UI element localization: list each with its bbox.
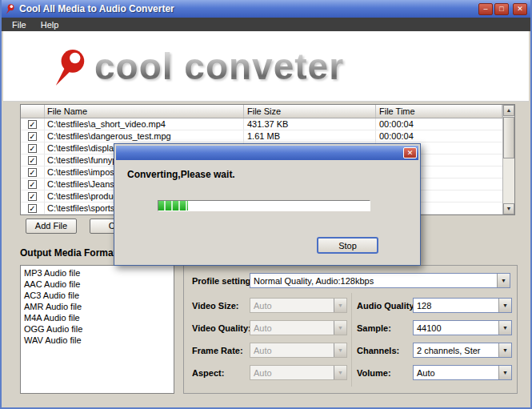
- sample-label: Sample:: [357, 323, 391, 333]
- list-item[interactable]: AC3 Audio file: [21, 290, 174, 301]
- window-title: Cool All Media to Audio Converter: [19, 3, 475, 14]
- table-header: File Name File Size File Time: [21, 105, 514, 118]
- dialog-title-bar: ✕: [116, 146, 418, 160]
- chevron-down-icon: ▼: [498, 321, 511, 335]
- profile-setting-label: Profile setting:: [192, 276, 254, 286]
- check-icon: ✓: [29, 180, 35, 189]
- table-row[interactable]: ✓ C:\testfiles\dangerous_test.mpg 1.61 M…: [21, 130, 514, 142]
- converting-dialog: ✕ Converting,Please wait. Stop: [114, 143, 421, 266]
- progress-fill: [158, 201, 188, 211]
- minimize-button[interactable]: –: [478, 3, 493, 15]
- menu-file[interactable]: File: [5, 19, 34, 30]
- panel-divider: [351, 293, 352, 387]
- volume-value: Auto: [414, 368, 498, 378]
- logo-icon: [54, 46, 88, 87]
- aspect-label: Aspect:: [192, 368, 224, 378]
- settings-panel: Profile setting: Normal Quality, Audio:1…: [183, 265, 518, 394]
- chevron-down-icon: ▼: [498, 343, 511, 357]
- volume-label: Volume:: [357, 368, 391, 378]
- app-icon: [5, 3, 16, 14]
- row-checkbox[interactable]: ✓: [28, 168, 37, 177]
- row-checkbox[interactable]: ✓: [28, 156, 37, 165]
- app-window: Cool All Media to Audio Converter – □ ✕ …: [0, 0, 532, 409]
- frame-rate-label: Frame Rate:: [192, 346, 243, 355]
- row-checkbox[interactable]: ✓: [28, 192, 37, 201]
- video-quality-value: Auto: [250, 323, 334, 333]
- dialog-close-button[interactable]: ✕: [403, 147, 417, 158]
- list-item[interactable]: M4A Audio file: [21, 312, 174, 323]
- row-checkbox[interactable]: ✓: [28, 204, 37, 213]
- volume-select[interactable]: Auto ▼: [413, 365, 512, 380]
- check-icon: ✓: [29, 168, 35, 177]
- video-size-select: Auto ▼: [250, 298, 347, 313]
- sample-value: 44100: [414, 323, 498, 333]
- table-scrollbar[interactable]: ▲ ▼: [502, 105, 514, 215]
- check-icon: ✓: [29, 144, 35, 153]
- output-format-label: Output Media Format: [20, 247, 117, 259]
- header-file-name[interactable]: File Name: [45, 105, 244, 118]
- list-item[interactable]: WAV Audio file: [21, 335, 174, 346]
- check-icon: ✓: [29, 156, 35, 165]
- logo-banner: cool conveter: [3, 31, 529, 102]
- chevron-down-icon: ▼: [498, 299, 511, 312]
- frame-rate-select: Auto ▼: [250, 343, 347, 358]
- row-checkbox[interactable]: ✓: [28, 132, 37, 141]
- frame-rate-value: Auto: [250, 346, 334, 355]
- progress-bar: [158, 200, 370, 211]
- close-button[interactable]: ✕: [513, 3, 527, 15]
- chevron-down-icon: ▼: [334, 299, 346, 312]
- chevron-down-icon: ▼: [497, 274, 510, 287]
- header-file-size[interactable]: File Size: [244, 105, 376, 118]
- video-quality-select: Auto ▼: [250, 320, 347, 335]
- check-icon: ✓: [29, 192, 35, 201]
- scrollbar-thumb[interactable]: [503, 117, 514, 158]
- header-checkbox-column: [21, 105, 45, 118]
- row-checkbox[interactable]: ✓: [28, 120, 37, 129]
- chevron-down-icon: ▼: [334, 343, 346, 357]
- audio-quality-select[interactable]: 128 ▼: [413, 298, 512, 313]
- chevron-down-icon: ▼: [334, 321, 346, 335]
- check-icon: ✓: [29, 120, 35, 129]
- table-row[interactable]: ✓ C:\testfiles\a_short_video.mp4 431.37 …: [21, 118, 514, 130]
- file-size-cell: 1.61 MB: [244, 130, 376, 142]
- header-file-time[interactable]: File Time: [376, 105, 502, 118]
- maximize-button[interactable]: □: [494, 3, 509, 15]
- menu-help[interactable]: Help: [34, 19, 66, 30]
- menu-bar: File Help: [2, 18, 530, 31]
- file-name-cell: C:\testfiles\dangerous_test.mpg: [45, 130, 244, 142]
- aspect-select: Auto ▼: [250, 365, 347, 380]
- channels-label: Channels:: [357, 346, 399, 355]
- check-icon: ✓: [29, 132, 35, 141]
- chevron-down-icon: ▼: [498, 366, 511, 379]
- file-time-cell: 00:00:04: [376, 130, 502, 142]
- logo-text: cool conveter: [94, 45, 344, 88]
- file-name-cell: C:\testfiles\a_short_video.mp4: [45, 118, 244, 130]
- profile-setting-select[interactable]: Normal Quality, Audio:128kbps ▼: [250, 273, 510, 288]
- audio-quality-value: 128: [414, 301, 498, 311]
- list-item[interactable]: AAC Audio file: [21, 279, 174, 290]
- window-controls: – □ ✕: [478, 3, 527, 15]
- profile-setting-value: Normal Quality, Audio:128kbps: [250, 276, 497, 286]
- scroll-up-icon[interactable]: ▲: [503, 105, 514, 116]
- title-bar: Cool All Media to Audio Converter – □ ✕: [2, 0, 530, 18]
- row-checkbox[interactable]: ✓: [28, 144, 37, 153]
- add-file-button[interactable]: Add File: [26, 219, 77, 234]
- check-icon: ✓: [29, 204, 35, 213]
- list-item[interactable]: MP3 Audio file: [21, 267, 174, 279]
- aspect-value: Auto: [250, 368, 334, 378]
- video-size-value: Auto: [250, 301, 334, 311]
- audio-quality-label: Audio Quality:: [357, 301, 417, 311]
- scroll-down-icon[interactable]: ▼: [503, 203, 514, 215]
- channels-select[interactable]: 2 channels, Ster ▼: [413, 343, 512, 358]
- chevron-down-icon: ▼: [334, 366, 346, 379]
- list-item[interactable]: AMR Audio file: [21, 301, 174, 312]
- converting-message: Converting,Please wait.: [127, 169, 235, 180]
- sample-select[interactable]: 44100 ▼: [413, 320, 512, 335]
- channels-value: 2 channels, Ster: [414, 346, 498, 355]
- file-time-cell: 00:00:04: [376, 118, 502, 130]
- stop-button[interactable]: Stop: [317, 237, 378, 254]
- output-format-list: MP3 Audio file AAC Audio file AC3 Audio …: [20, 265, 174, 394]
- row-checkbox[interactable]: ✓: [28, 180, 37, 189]
- list-item[interactable]: OGG Audio file: [21, 323, 174, 335]
- video-quality-label: Video Quality:: [192, 323, 251, 333]
